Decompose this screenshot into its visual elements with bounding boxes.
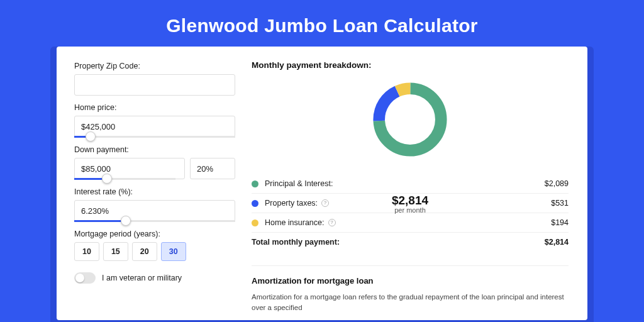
rate-input[interactable] [74, 200, 235, 221]
period-btn-20[interactable]: 20 [132, 242, 157, 261]
donut-svg-icon [369, 79, 451, 160]
down-payment-slider[interactable] [74, 178, 175, 180]
rate-label: Interest rate (%): [74, 187, 235, 196]
veteran-label: I am veteran or military [102, 274, 182, 282]
zip-input[interactable] [74, 74, 235, 96]
amortization-section: Amortization for mortgage loan Amortizat… [252, 265, 569, 314]
breakdown-value: $531 [551, 199, 569, 208]
calculator-card: Property Zip Code: Home price: Down paym… [57, 47, 587, 320]
amort-heading: Amortization for mortgage loan [252, 276, 569, 286]
donut-amount: $2,814 [392, 194, 428, 208]
period-buttons: 10 15 20 30 [74, 242, 235, 261]
results-panel: Monthly payment breakdown: $2,814 per mo… [245, 47, 587, 320]
page-title: Glenwood Jumbo Loan Calculator [0, 0, 644, 47]
home-price-input[interactable] [74, 116, 235, 137]
field-interest-rate: Interest rate (%): [74, 187, 235, 222]
home-price-slider[interactable] [74, 136, 235, 138]
down-payment-pct-input[interactable] [190, 158, 235, 179]
breakdown-value: $194 [551, 218, 569, 227]
slider-handle-icon[interactable] [102, 174, 112, 184]
period-btn-30[interactable]: 30 [161, 242, 186, 261]
down-payment-input[interactable] [74, 158, 185, 179]
dot-icon [252, 200, 258, 207]
donut-center: $2,814 per month [369, 163, 451, 245]
slider-handle-icon[interactable] [121, 216, 131, 226]
donut-chart: $2,814 per month [252, 70, 569, 174]
amort-text: Amortization for a mortgage loan refers … [252, 292, 569, 314]
total-value: $2,814 [545, 238, 569, 247]
donut-subtext: per month [394, 206, 426, 214]
home-price-label: Home price: [74, 103, 235, 112]
card-shadow: Property Zip Code: Home price: Down paym… [50, 47, 594, 322]
field-down-payment: Down payment: [74, 145, 235, 180]
breakdown-heading: Monthly payment breakdown: [252, 60, 569, 70]
zip-label: Property Zip Code: [74, 62, 235, 70]
rate-slider[interactable] [74, 220, 235, 222]
field-period: Mortgage period (years): 10 15 20 30 [74, 230, 235, 261]
down-payment-label: Down payment: [74, 145, 235, 154]
field-zip: Property Zip Code: [74, 62, 235, 96]
dot-icon [252, 180, 258, 187]
slider-handle-icon[interactable] [86, 131, 96, 142]
period-label: Mortgage period (years): [74, 230, 235, 238]
dot-icon [252, 219, 258, 226]
veteran-toggle[interactable] [74, 272, 96, 284]
veteran-row: I am veteran or military [74, 272, 235, 284]
info-icon[interactable]: ? [328, 219, 336, 226]
field-home-price: Home price: [74, 103, 235, 138]
info-icon[interactable]: ? [321, 199, 329, 207]
period-btn-15[interactable]: 15 [103, 242, 128, 261]
toggle-knob-icon [75, 274, 84, 282]
breakdown-value: $2,089 [545, 179, 569, 188]
inputs-panel: Property Zip Code: Home price: Down paym… [57, 47, 245, 320]
period-btn-10[interactable]: 10 [74, 242, 99, 261]
